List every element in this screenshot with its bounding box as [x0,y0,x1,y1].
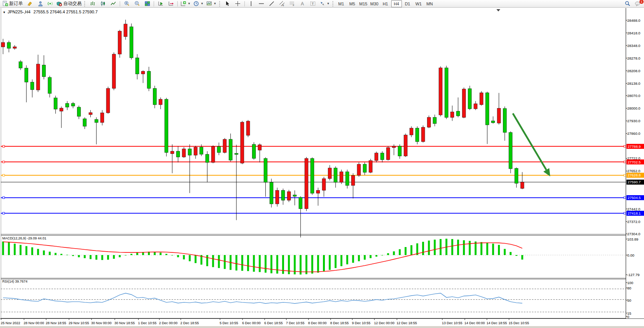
fibonacci-button[interactable]: F [287,0,297,8]
candle [322,179,326,191]
tab-timeframe-h4[interactable]: H4 [391,0,402,7]
macd-bar [253,255,255,272]
macd-bar [189,255,191,261]
candle [520,182,524,189]
chart-canvas[interactable]: 28488.028418.028348.028278.028208.028138… [0,0,644,328]
crosshair-button[interactable] [233,0,243,8]
auto-scroll-button[interactable] [156,0,165,8]
macd-bar [206,255,208,266]
candle [375,153,378,161]
market-watch-button[interactable] [35,0,45,8]
candlestick-chart-button[interactable] [98,0,108,8]
candle [515,168,518,183]
candle [287,192,291,200]
chart-dropdown-icon[interactable]: ▼ [3,11,6,14]
vertical-line-icon [248,1,254,6]
text-button[interactable]: A [298,0,308,8]
price-badge-label: 27628.8 [628,173,641,177]
tile-windows-button[interactable] [142,0,152,8]
candle [491,121,495,123]
chart-title: ▼JPN225-,H427555.5 27646.4 27551.5 27590… [3,10,98,14]
cursor-button[interactable] [223,0,233,8]
candle [83,119,87,126]
search-button[interactable] [623,0,633,8]
template-selector-button[interactable]: ▼ [205,0,218,8]
macd-bar [369,255,371,258]
line-handle[interactable] [3,212,5,214]
tab-timeframe-d1[interactable]: D1 [402,0,413,7]
time-label: 1 Dec 10:55 [138,321,157,325]
macd-bar [113,255,115,259]
highlighter-button[interactable] [24,0,34,8]
candle [182,149,186,157]
macd-bar [95,255,97,260]
tab-timeframe-m1[interactable]: M1 [336,0,347,7]
candle [509,132,512,169]
macd-bar [387,253,389,255]
macd-bar [236,255,238,270]
auto-trading-button[interactable]: 自动交易 [55,0,83,8]
candle [241,122,244,163]
zoom-in-button[interactable] [122,0,132,8]
tab-timeframe-m15[interactable]: M15 [358,0,369,7]
candle [480,93,483,105]
macd-bar [177,255,179,257]
macd-bar [323,255,325,271]
chart-shift-button[interactable] [166,0,176,8]
zoom-out-button[interactable] [132,0,142,8]
period-selector-button[interactable]: ▼ [192,0,205,8]
text-label-button[interactable]: T [308,0,318,8]
macd-bar [130,254,132,255]
candle [252,144,255,158]
candle [345,172,349,186]
macd-bar [90,255,92,259]
line-handle[interactable] [3,161,5,163]
tab-timeframe-h1[interactable]: H1 [380,0,391,7]
price-tick-label: 28278.0 [627,56,640,60]
cursor-icon [225,1,230,6]
macd-bar [43,250,45,255]
candle [305,158,308,209]
line-handle[interactable] [624,161,626,163]
new-order-button[interactable]: 新订单 [1,0,24,8]
dropdown-arrow-icon: ▼ [201,2,204,5]
line-handle[interactable] [624,145,626,147]
time-label: 6 Dec 00:00 [242,321,261,325]
tab-timeframe-mn[interactable]: MN [424,0,435,7]
vertical-line-button[interactable] [246,0,256,8]
tab-timeframe-m30[interactable]: M30 [369,0,380,7]
candle [456,111,460,116]
chart-symbol-period: JPN225-,H4 [8,10,31,14]
signal-button[interactable] [45,0,55,8]
tab-timeframe-m5[interactable]: M5 [347,0,358,7]
trendline-button[interactable] [267,0,277,8]
tab-timeframe-w1[interactable]: W1 [413,0,424,7]
line-handle[interactable] [624,197,626,199]
toolbar-grip [84,1,86,6]
candle [299,197,302,209]
line-handle[interactable] [624,174,626,176]
bar-chart-button[interactable] [88,0,98,8]
search-icon [625,1,631,7]
chart-background [0,8,644,328]
line-handle[interactable] [3,174,5,176]
equidistant-channel-button[interactable]: E [277,0,287,8]
line-handle[interactable] [624,212,626,214]
candle [316,191,320,194]
macd-bar [463,240,465,255]
horizontal-line-button[interactable] [257,0,267,8]
line-handle[interactable] [3,197,5,199]
line-chart-button[interactable] [108,0,118,8]
price-tick-label: 28070.0 [627,94,640,98]
time-label: 2 Dec 00:00 [159,321,178,325]
candle [392,146,396,148]
add-indicator-button[interactable]: ▼ [179,0,192,8]
time-label: 9 Dec 10:55 [352,321,371,325]
macd-bar [440,239,442,255]
arrows-icon [320,1,325,6]
time-label: 12 Dec 00:00 [374,321,395,325]
notifications-button[interactable]: 1 [633,0,642,8]
line-handle[interactable] [3,145,5,147]
text-label-icon: T [310,1,316,6]
arrows-button[interactable]: ▼ [318,0,331,8]
